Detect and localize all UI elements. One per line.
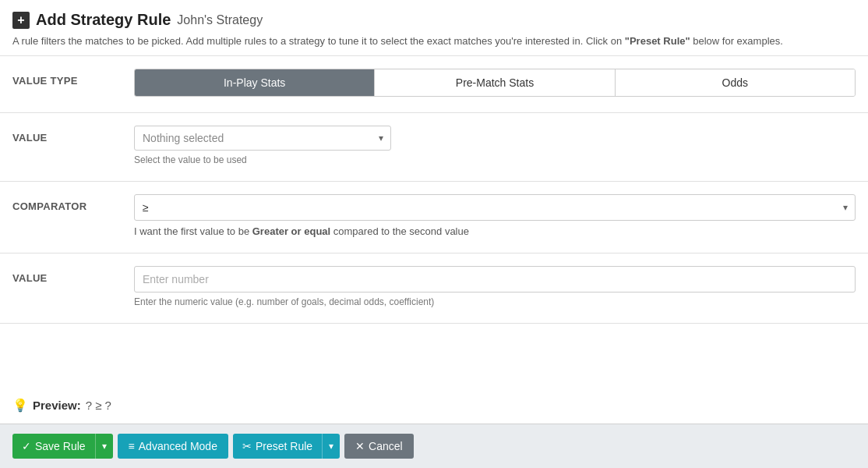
comparator-select[interactable]: ≥ ≤ > < = [134,194,856,221]
preset-rule-dropdown-arrow-icon: ▾ [329,441,333,452]
number-field-label: Value [12,266,122,284]
page-header: + Add Strategy Rule John's Strategy A ru… [0,0,868,56]
title-row: + Add Strategy Rule John's Strategy [12,11,856,29]
tab-in-play-stats[interactable]: In-Play Stats [135,69,375,96]
number-field-control: Enter the numeric value (e.g. number of … [134,266,856,307]
main-content: Value Type In-Play Stats Pre-Match Stats… [0,56,868,388]
value-type-row: Value Type In-Play Stats Pre-Match Stats… [12,69,856,97]
number-field-section: Value Enter the numeric value (e.g. numb… [0,254,868,324]
save-rule-button-group: ✓ Save Rule ▾ [12,434,113,459]
advanced-mode-button[interactable]: ≡ Advanced Mode [118,434,228,459]
value-field-label: Value [12,126,122,144]
save-rule-dropdown-arrow-icon: ▾ [102,441,107,452]
page-title: Add Strategy Rule [36,11,171,29]
save-rule-dropdown-button[interactable]: ▾ [95,434,113,459]
value-type-section: Value Type In-Play Stats Pre-Match Stats… [0,56,868,113]
value-select[interactable]: Nothing selected [134,126,391,151]
advanced-mode-label: Advanced Mode [139,440,217,452]
preset-rule-button-group: ✂ Preset Rule ▾ [233,434,340,459]
comparator-label: Comparator [12,194,122,212]
preset-rule-label: Preset Rule [256,440,312,452]
strategy-name: John's Strategy [177,13,263,27]
tab-pre-match-stats[interactable]: Pre-Match Stats [375,69,615,96]
number-field-row: Value Enter the numeric value (e.g. numb… [12,266,856,307]
footer: ✓ Save Rule ▾ ≡ Advanced Mode ✂ Preset R… [0,424,868,468]
cancel-icon: ✕ [355,440,365,452]
value-field-row: Value Nothing selected ▾ Select the valu… [12,126,856,165]
value-select-wrapper: Nothing selected ▾ [134,126,391,151]
cancel-button[interactable]: ✕ Cancel [344,434,414,459]
value-type-tabs: In-Play Stats Pre-Match Stats Odds [134,69,856,97]
add-icon: + [12,12,30,29]
value-field-hint: Select the value to be used [134,154,856,165]
preview-value: ? ≥ ? [86,399,111,412]
save-rule-button[interactable]: ✓ Save Rule [12,434,95,459]
preview-label: Preview: [33,399,81,412]
advanced-mode-icon: ≡ [129,440,135,452]
header-description: A rule filters the matches to be picked.… [12,34,856,49]
number-field-hint: Enter the numeric value (e.g. number of … [134,296,856,307]
lightbulb-icon: 💡 [12,398,28,413]
tab-odds[interactable]: Odds [616,69,855,96]
comparator-row: Comparator ≥ ≤ > < = ▾ I want the firs [12,194,856,237]
preset-rule-button[interactable]: ✂ Preset Rule [233,434,322,459]
value-field-control: Nothing selected ▾ Select the value to b… [134,126,856,165]
scissors-icon: ✂ [242,440,252,452]
save-rule-label: Save Rule [35,440,86,452]
comparator-control: ≥ ≤ > < = ▾ I want the first value to be… [134,194,856,237]
comparator-select-wrapper: ≥ ≤ > < = ▾ [134,194,856,221]
number-input[interactable] [134,266,856,292]
checkmark-icon: ✓ [22,440,31,452]
tab-group: In-Play Stats Pre-Match Stats Odds [134,69,856,97]
value-type-label: Value Type [12,69,122,87]
preview-section: 💡 Preview: ? ≥ ? [0,387,868,424]
comparator-section: Comparator ≥ ≤ > < = ▾ I want the firs [0,182,868,254]
comparator-hint: I want the first value to be Greater or … [134,225,856,237]
value-field-section: Value Nothing selected ▾ Select the valu… [0,113,868,182]
cancel-label: Cancel [369,440,403,452]
preset-rule-dropdown-button[interactable]: ▾ [322,434,340,459]
page-wrapper: + Add Strategy Rule John's Strategy A ru… [0,0,868,468]
